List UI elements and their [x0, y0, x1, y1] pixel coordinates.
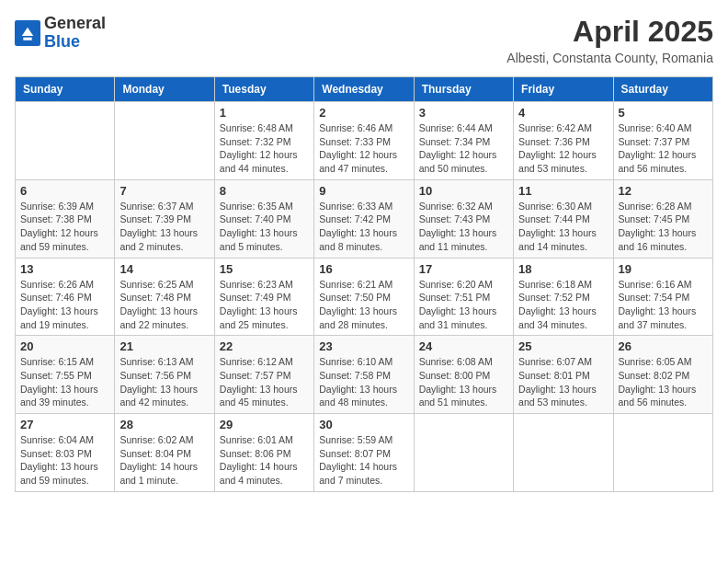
day-info: Sunrise: 6:35 AM Sunset: 7:40 PM Dayligh… [220, 200, 309, 254]
logo-general-text: General [44, 15, 106, 33]
location-title: Albesti, Constanta County, Romania [506, 51, 713, 65]
day-info: Sunrise: 6:01 AM Sunset: 8:06 PM Dayligh… [220, 433, 309, 488]
calendar-cell: 16Sunrise: 6:21 AM Sunset: 7:50 PM Dayli… [314, 258, 414, 336]
calendar-cell: 5Sunrise: 6:40 AM Sunset: 7:37 PM Daylig… [613, 102, 712, 180]
day-number: 8 [220, 184, 309, 198]
day-number: 27 [20, 418, 109, 431]
day-number: 24 [419, 339, 508, 353]
day-info: Sunrise: 6:18 AM Sunset: 7:52 PM Dayligh… [518, 278, 608, 332]
day-number: 29 [220, 418, 309, 431]
calendar-cell: 2Sunrise: 6:46 AM Sunset: 7:33 PM Daylig… [314, 102, 414, 180]
calendar-cell [115, 102, 214, 180]
calendar-cell: 23Sunrise: 6:10 AM Sunset: 7:58 PM Dayli… [314, 336, 414, 414]
day-info: Sunrise: 6:32 AM Sunset: 7:43 PM Dayligh… [419, 200, 508, 254]
day-info: Sunrise: 6:25 AM Sunset: 7:48 PM Dayligh… [119, 278, 209, 332]
day-number: 9 [319, 184, 408, 198]
calendar-week-row: 20Sunrise: 6:15 AM Sunset: 7:55 PM Dayli… [16, 336, 713, 414]
day-number: 7 [119, 184, 209, 198]
calendar-cell: 6Sunrise: 6:39 AM Sunset: 7:38 PM Daylig… [16, 179, 115, 258]
day-number: 22 [220, 339, 309, 353]
day-number: 17 [419, 262, 508, 276]
day-number: 14 [119, 262, 209, 276]
weekday-header-cell: Sunday [16, 77, 115, 102]
day-number: 1 [220, 106, 309, 120]
logo-blue-text: Blue [44, 33, 106, 52]
svg-rect-2 [23, 37, 31, 40]
day-info: Sunrise: 6:44 AM Sunset: 7:34 PM Dayligh… [419, 121, 508, 176]
header: General Blue April 2025 Albesti, Constan… [15, 15, 713, 65]
calendar-cell: 24Sunrise: 6:08 AM Sunset: 8:00 PM Dayli… [414, 336, 513, 414]
day-info: Sunrise: 5:59 AM Sunset: 8:07 PM Dayligh… [319, 433, 408, 488]
calendar-cell: 8Sunrise: 6:35 AM Sunset: 7:40 PM Daylig… [214, 179, 313, 258]
calendar-cell: 21Sunrise: 6:13 AM Sunset: 7:56 PM Dayli… [115, 336, 214, 414]
day-number: 13 [20, 262, 109, 276]
day-number: 2 [319, 106, 408, 120]
day-number: 5 [619, 106, 708, 120]
calendar-cell [16, 102, 115, 180]
logo-icon [15, 20, 40, 46]
weekday-header-cell: Saturday [613, 77, 712, 102]
day-number: 28 [119, 418, 209, 431]
weekday-header-cell: Wednesday [314, 77, 414, 102]
weekday-header-row: SundayMondayTuesdayWednesdayThursdayFrid… [16, 77, 713, 102]
day-number: 20 [20, 339, 109, 353]
day-info: Sunrise: 6:33 AM Sunset: 7:42 PM Dayligh… [319, 200, 408, 254]
day-info: Sunrise: 6:10 AM Sunset: 7:58 PM Dayligh… [319, 355, 408, 409]
calendar-cell [613, 414, 712, 492]
weekday-header-cell: Monday [115, 77, 214, 102]
calendar-cell: 27Sunrise: 6:04 AM Sunset: 8:03 PM Dayli… [16, 414, 115, 492]
month-title: April 2025 [506, 15, 713, 49]
calendar-cell: 10Sunrise: 6:32 AM Sunset: 7:43 PM Dayli… [414, 179, 513, 258]
day-number: 21 [119, 339, 209, 353]
calendar-week-row: 27Sunrise: 6:04 AM Sunset: 8:03 PM Dayli… [16, 414, 713, 492]
day-info: Sunrise: 6:16 AM Sunset: 7:54 PM Dayligh… [619, 278, 708, 332]
calendar-cell: 26Sunrise: 6:05 AM Sunset: 8:02 PM Dayli… [613, 336, 712, 414]
title-area: April 2025 Albesti, Constanta County, Ro… [506, 15, 713, 65]
day-info: Sunrise: 6:02 AM Sunset: 8:04 PM Dayligh… [119, 433, 209, 488]
day-info: Sunrise: 6:13 AM Sunset: 7:56 PM Dayligh… [119, 355, 209, 409]
calendar-cell: 17Sunrise: 6:20 AM Sunset: 7:51 PM Dayli… [414, 258, 513, 336]
calendar-cell: 11Sunrise: 6:30 AM Sunset: 7:44 PM Dayli… [514, 179, 613, 258]
day-info: Sunrise: 6:05 AM Sunset: 8:02 PM Dayligh… [619, 355, 708, 409]
day-number: 6 [20, 184, 109, 198]
day-number: 12 [619, 184, 708, 198]
calendar-cell: 7Sunrise: 6:37 AM Sunset: 7:39 PM Daylig… [115, 179, 214, 258]
day-number: 23 [319, 339, 408, 353]
calendar-cell: 1Sunrise: 6:48 AM Sunset: 7:32 PM Daylig… [214, 102, 313, 180]
day-info: Sunrise: 6:42 AM Sunset: 7:36 PM Dayligh… [518, 121, 608, 176]
day-number: 10 [419, 184, 508, 198]
calendar-cell: 14Sunrise: 6:25 AM Sunset: 7:48 PM Dayli… [115, 258, 214, 336]
calendar-cell [514, 414, 613, 492]
day-number: 19 [619, 262, 708, 276]
day-info: Sunrise: 6:28 AM Sunset: 7:45 PM Dayligh… [619, 200, 708, 254]
day-number: 4 [518, 106, 608, 120]
day-info: Sunrise: 6:48 AM Sunset: 7:32 PM Dayligh… [220, 121, 309, 176]
day-info: Sunrise: 6:23 AM Sunset: 7:49 PM Dayligh… [220, 278, 309, 332]
day-info: Sunrise: 6:39 AM Sunset: 7:38 PM Dayligh… [20, 200, 109, 254]
weekday-header-cell: Friday [514, 77, 613, 102]
calendar-week-row: 1Sunrise: 6:48 AM Sunset: 7:32 PM Daylig… [16, 102, 713, 180]
calendar-cell: 13Sunrise: 6:26 AM Sunset: 7:46 PM Dayli… [16, 258, 115, 336]
calendar-cell: 29Sunrise: 6:01 AM Sunset: 8:06 PM Dayli… [214, 414, 313, 492]
calendar-week-row: 13Sunrise: 6:26 AM Sunset: 7:46 PM Dayli… [16, 258, 713, 336]
calendar-cell: 25Sunrise: 6:07 AM Sunset: 8:01 PM Dayli… [514, 336, 613, 414]
day-info: Sunrise: 6:26 AM Sunset: 7:46 PM Dayligh… [20, 278, 109, 332]
calendar-cell [414, 414, 513, 492]
day-info: Sunrise: 6:40 AM Sunset: 7:37 PM Dayligh… [619, 121, 708, 176]
day-info: Sunrise: 6:15 AM Sunset: 7:55 PM Dayligh… [20, 355, 109, 409]
calendar-cell: 15Sunrise: 6:23 AM Sunset: 7:49 PM Dayli… [214, 258, 313, 336]
day-number: 26 [619, 339, 708, 353]
day-info: Sunrise: 6:08 AM Sunset: 8:00 PM Dayligh… [419, 355, 508, 409]
calendar-cell: 18Sunrise: 6:18 AM Sunset: 7:52 PM Dayli… [514, 258, 613, 336]
day-info: Sunrise: 6:04 AM Sunset: 8:03 PM Dayligh… [20, 433, 109, 488]
day-number: 18 [518, 262, 608, 276]
calendar-cell: 3Sunrise: 6:44 AM Sunset: 7:34 PM Daylig… [414, 102, 513, 180]
calendar-cell: 30Sunrise: 5:59 AM Sunset: 8:07 PM Dayli… [314, 414, 414, 492]
day-info: Sunrise: 6:37 AM Sunset: 7:39 PM Dayligh… [119, 200, 209, 254]
calendar-table: SundayMondayTuesdayWednesdayThursdayFrid… [15, 76, 713, 492]
calendar-cell: 4Sunrise: 6:42 AM Sunset: 7:36 PM Daylig… [514, 102, 613, 180]
day-number: 30 [319, 418, 408, 431]
calendar-cell: 12Sunrise: 6:28 AM Sunset: 7:45 PM Dayli… [613, 179, 712, 258]
calendar-cell: 22Sunrise: 6:12 AM Sunset: 7:57 PM Dayli… [214, 336, 313, 414]
day-info: Sunrise: 6:30 AM Sunset: 7:44 PM Dayligh… [518, 200, 608, 254]
